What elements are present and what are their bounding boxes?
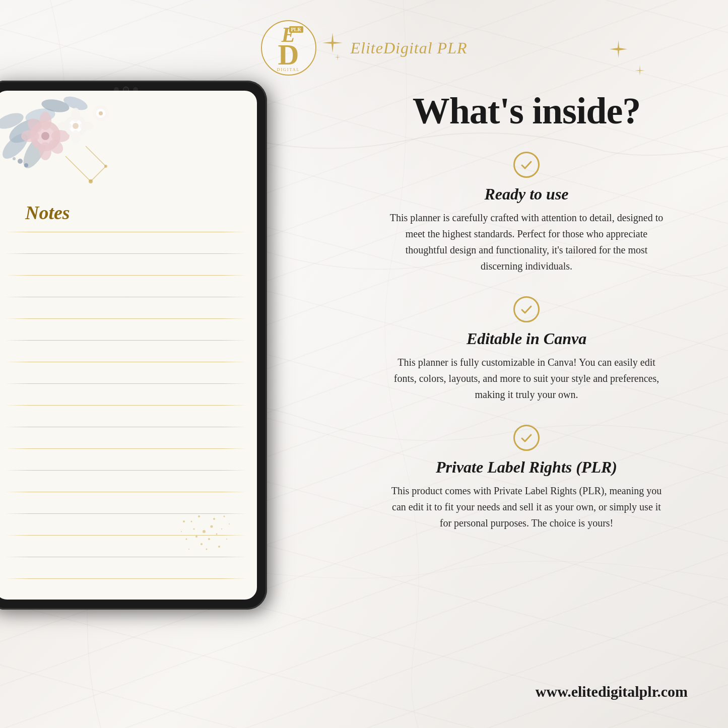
svg-point-48 bbox=[181, 531, 182, 532]
floral-decoration bbox=[0, 91, 136, 202]
svg-point-45 bbox=[226, 539, 227, 540]
logo-circle: E PLR D DIGITAL bbox=[261, 20, 316, 76]
svg-point-18 bbox=[73, 123, 79, 129]
svg-point-49 bbox=[218, 546, 220, 548]
ruled-line bbox=[5, 470, 247, 471]
ruled-line bbox=[5, 492, 247, 492]
sparkle-top-right bbox=[610, 40, 627, 58]
sparkle-star-left bbox=[322, 33, 343, 63]
logo-digital: DIGITAL bbox=[277, 68, 300, 72]
svg-point-32 bbox=[24, 163, 28, 167]
ruled-line bbox=[5, 318, 247, 319]
svg-point-40 bbox=[201, 543, 203, 545]
feature-title-2: Editable in Canva bbox=[355, 329, 698, 348]
svg-point-50 bbox=[188, 549, 189, 550]
svg-point-30 bbox=[104, 165, 107, 168]
check-icon-3 bbox=[513, 425, 540, 451]
logo-area: E PLR D DIGITAL EliteDigital PLR bbox=[261, 20, 468, 76]
feature-title-3: Private Label Rights (PLR) bbox=[355, 458, 698, 477]
right-content: What's inside? Ready to use This planner… bbox=[355, 91, 698, 553]
ruled-line bbox=[5, 578, 247, 579]
feature-ready-to-use: Ready to use This planner is carefully c… bbox=[355, 152, 698, 274]
plr-badge: PLR bbox=[289, 26, 303, 33]
svg-point-52 bbox=[183, 520, 185, 522]
check-icon-1 bbox=[513, 152, 540, 178]
feature-desc-1: This planner is carefully crafted with a… bbox=[385, 210, 668, 274]
svg-point-22 bbox=[80, 121, 94, 130]
svg-point-25 bbox=[99, 111, 103, 115]
feature-desc-2: This planner is fully customizable in Ca… bbox=[385, 354, 668, 403]
svg-point-21 bbox=[57, 121, 72, 130]
svg-point-34 bbox=[203, 530, 206, 533]
feature-desc-3: This product comes with Private Label Ri… bbox=[385, 483, 668, 531]
svg-line-26 bbox=[65, 156, 91, 181]
ruled-line bbox=[5, 275, 247, 276]
main-heading: What's inside? bbox=[355, 91, 698, 131]
tablet-screen: Notes bbox=[0, 91, 257, 600]
svg-point-36 bbox=[211, 525, 213, 528]
ruled-line bbox=[5, 383, 247, 384]
ruled-line bbox=[5, 362, 247, 362]
tablet-frame: Notes bbox=[0, 81, 267, 610]
svg-point-9 bbox=[41, 132, 49, 140]
ruled-line bbox=[5, 253, 247, 254]
svg-line-28 bbox=[86, 146, 106, 166]
svg-point-44 bbox=[191, 521, 192, 522]
ruled-line bbox=[5, 405, 247, 406]
svg-point-31 bbox=[18, 159, 23, 164]
svg-point-46 bbox=[198, 515, 200, 517]
svg-point-19 bbox=[71, 108, 80, 122]
ruled-line bbox=[5, 232, 247, 232]
svg-point-38 bbox=[208, 538, 210, 540]
check-icon-2 bbox=[513, 296, 540, 322]
ruled-line bbox=[5, 297, 247, 297]
feature-editable-canva: Editable in Canva This planner is fully … bbox=[355, 296, 698, 403]
svg-point-42 bbox=[213, 518, 215, 520]
svg-point-43 bbox=[221, 528, 222, 530]
notes-title: Notes bbox=[25, 202, 70, 224]
svg-point-35 bbox=[195, 536, 197, 538]
svg-point-20 bbox=[71, 130, 80, 144]
website-url: www.elitedigitalplr.com bbox=[536, 683, 688, 700]
gold-splatter bbox=[166, 494, 242, 569]
feature-plr: Private Label Rights (PLR) This product … bbox=[355, 425, 698, 531]
brand-name: EliteDigital PLR bbox=[351, 39, 468, 57]
svg-line-27 bbox=[91, 166, 106, 181]
svg-point-37 bbox=[193, 528, 195, 530]
svg-point-29 bbox=[89, 179, 93, 183]
svg-point-41 bbox=[186, 539, 187, 540]
tablet-mockup: Notes bbox=[0, 81, 287, 635]
svg-point-47 bbox=[206, 549, 208, 550]
ruled-line bbox=[5, 427, 247, 427]
ruled-line bbox=[5, 448, 247, 449]
svg-point-53 bbox=[229, 523, 230, 524]
ruled-line bbox=[5, 340, 247, 341]
svg-point-33 bbox=[13, 157, 16, 160]
svg-point-51 bbox=[224, 516, 225, 517]
sparkle-small-right bbox=[635, 65, 645, 76]
feature-title-1: Ready to use bbox=[355, 185, 698, 204]
svg-point-39 bbox=[216, 534, 218, 535]
